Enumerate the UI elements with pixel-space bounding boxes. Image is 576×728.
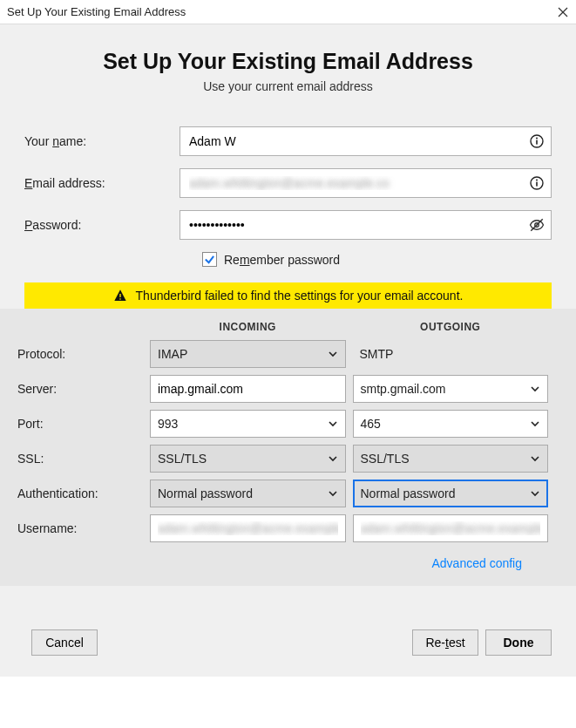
email-input[interactable]	[180, 168, 552, 198]
chevron-down-icon	[530, 488, 540, 499]
chevron-down-icon	[328, 349, 338, 359]
incoming-auth-select[interactable]: Normal password	[150, 480, 346, 507]
name-label: Your name:	[24, 134, 180, 148]
page-subtitle: Use your current email address	[0, 79, 576, 93]
incoming-server-input[interactable]	[150, 375, 346, 403]
outgoing-protocol: SMTP	[353, 340, 549, 368]
advanced-config-link[interactable]: Advanced config	[431, 556, 522, 570]
window-title: Set Up Your Existing Email Address	[7, 5, 186, 18]
warning-bar: Thunderbird failed to find the settings …	[24, 282, 552, 309]
server-label: Server:	[17, 382, 146, 396]
chevron-down-icon	[530, 418, 540, 429]
chevron-down-icon	[530, 384, 540, 394]
eye-off-icon[interactable]	[529, 217, 545, 233]
outgoing-server-select[interactable]: smtp.gmail.com	[353, 375, 549, 403]
incoming-ssl-select[interactable]: SSL/TLS	[150, 445, 346, 473]
svg-rect-10	[119, 294, 120, 297]
svg-rect-7	[536, 182, 538, 187]
svg-rect-11	[119, 298, 120, 299]
info-icon[interactable]	[529, 133, 545, 149]
chevron-down-icon	[328, 453, 338, 464]
svg-rect-4	[536, 140, 538, 145]
outgoing-ssl-select[interactable]: SSL/TLS	[353, 445, 549, 473]
close-icon[interactable]	[557, 6, 569, 18]
warning-icon	[113, 289, 127, 303]
username-label: Username:	[17, 521, 146, 535]
retest-button[interactable]: Re-test	[412, 629, 478, 656]
chevron-down-icon	[328, 418, 338, 429]
page-title: Set Up Your Existing Email Address	[0, 49, 576, 74]
incoming-username-input[interactable]	[150, 514, 346, 542]
password-label: Password:	[24, 218, 180, 232]
remember-password-checkbox[interactable]	[202, 252, 217, 267]
port-label: Port:	[17, 417, 146, 431]
remember-password-label: Remember password	[224, 253, 340, 267]
outgoing-auth-select[interactable]: Normal password	[353, 480, 549, 507]
ssl-label: SSL:	[17, 452, 146, 466]
incoming-protocol-select[interactable]: IMAP	[150, 340, 346, 368]
done-button[interactable]: Done	[485, 629, 552, 656]
incoming-port-select[interactable]: 993	[150, 410, 346, 438]
password-input[interactable]	[180, 210, 552, 240]
svg-point-6	[536, 180, 538, 181]
protocol-label: Protocol:	[17, 347, 146, 361]
outgoing-port-select[interactable]: 465	[353, 410, 549, 438]
info-icon[interactable]	[529, 175, 545, 191]
svg-point-3	[536, 138, 538, 139]
incoming-header: INCOMING	[146, 321, 349, 333]
name-input[interactable]	[180, 126, 552, 156]
outgoing-username-input[interactable]	[353, 514, 549, 542]
cancel-button[interactable]: Cancel	[31, 629, 98, 656]
chevron-down-icon	[530, 453, 540, 464]
outgoing-header: OUTGOING	[349, 321, 552, 333]
auth-label: Authentication:	[17, 486, 146, 500]
chevron-down-icon	[328, 488, 338, 499]
email-label: Email address:	[24, 176, 180, 190]
